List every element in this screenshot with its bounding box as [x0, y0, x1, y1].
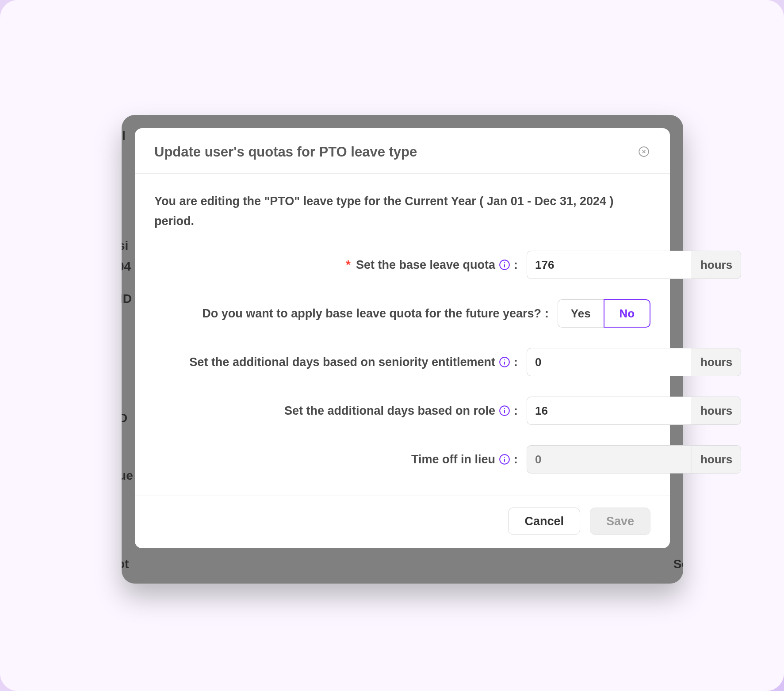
close-button[interactable] — [637, 145, 650, 159]
row-seniority: Set the additional days based on seniori… — [154, 348, 650, 376]
seniority-label: Set the additional days based on seniori… — [189, 355, 495, 369]
svg-point-5 — [504, 262, 505, 263]
colon: : — [545, 307, 549, 321]
row-role: Set the additional days based on role : … — [154, 397, 650, 425]
required-star: * — [346, 258, 351, 272]
bg-text: D — [122, 411, 127, 425]
seniority-unit: hours — [692, 348, 741, 376]
row-toil: Time off in lieu : hours — [154, 445, 650, 473]
seniority-input[interactable] — [527, 348, 692, 376]
colon: : — [514, 355, 518, 369]
colon: : — [514, 404, 518, 418]
bg-text: fil — [122, 129, 126, 143]
role-label: Set the additional days based on role — [284, 404, 495, 418]
colon: : — [514, 453, 518, 466]
close-icon — [638, 146, 650, 159]
future-no-button[interactable]: No — [604, 299, 651, 328]
info-icon[interactable] — [499, 454, 510, 465]
base-quota-label: Set the base leave quota — [356, 258, 495, 272]
info-icon[interactable] — [499, 356, 510, 368]
toil-unit: hours — [692, 445, 741, 473]
svg-point-8 — [504, 359, 505, 360]
modal-footer: Cancel Save — [135, 496, 670, 548]
colon: : — [514, 258, 518, 272]
row-base-quota: * Set the base leave quota : hours — [154, 251, 650, 279]
future-years-label: Do you want to apply base leave quota fo… — [202, 307, 541, 321]
svg-point-14 — [504, 457, 505, 458]
save-button[interactable]: Save — [590, 508, 650, 535]
modal-header: Update user's quotas for PTO leave type — [135, 128, 670, 174]
toil-label: Time off in lieu — [411, 453, 495, 466]
modal-title: Update user's quotas for PTO leave type — [154, 144, 417, 160]
update-quotas-modal: Update user's quotas for PTO leave type … — [135, 128, 670, 548]
role-unit: hours — [692, 397, 741, 425]
toil-input — [527, 445, 692, 473]
bg-text: 04 — [122, 260, 131, 274]
info-icon[interactable] — [499, 405, 510, 416]
svg-point-11 — [504, 408, 505, 409]
base-quota-input[interactable] — [527, 251, 692, 279]
cancel-button[interactable]: Cancel — [508, 508, 580, 535]
modal-intro-text: You are editing the "PTO" leave type for… — [154, 191, 650, 231]
bg-text: ot — [122, 557, 129, 571]
future-yes-button[interactable]: Yes — [558, 299, 604, 328]
bg-text: Tue — [122, 469, 133, 483]
row-future-years: Do you want to apply base leave quota fo… — [154, 299, 650, 328]
modal-body: You are editing the "PTO" leave type for… — [135, 174, 670, 496]
role-input[interactable] — [527, 397, 692, 425]
info-icon[interactable] — [499, 259, 510, 271]
bg-text: ID — [122, 292, 132, 306]
base-quota-unit: hours — [692, 251, 741, 279]
bg-text: Se — [673, 557, 683, 571]
bg-text: si — [122, 239, 128, 253]
